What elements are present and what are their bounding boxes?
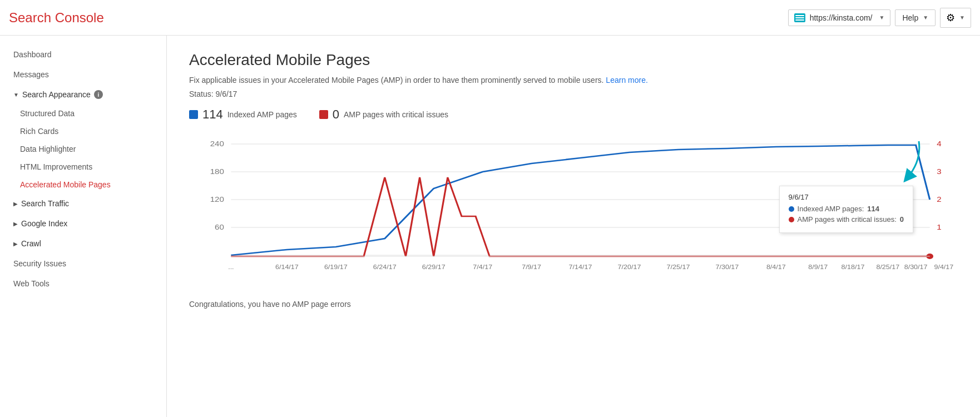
sidebar-item-web-tools[interactable]: Web Tools xyxy=(0,274,166,294)
svg-text:7/4/17: 7/4/17 xyxy=(473,264,492,270)
indexed-color-box xyxy=(189,110,198,119)
header-right: https://kinsta.com/ ▼ Help ▼ ⚙ ▼ xyxy=(788,8,971,28)
svg-text:240: 240 xyxy=(210,140,225,147)
svg-text:4: 4 xyxy=(937,140,942,147)
sidebar-item-security-issues[interactable]: Security Issues xyxy=(0,254,166,274)
svg-text:6/19/17: 6/19/17 xyxy=(324,264,348,270)
tooltip-red-dot xyxy=(789,217,794,222)
svg-text:6/29/17: 6/29/17 xyxy=(422,264,446,270)
tooltip-blue-dot xyxy=(789,206,794,212)
chevron-right-icon: ▶ xyxy=(13,201,18,207)
sidebar-item-google-index[interactable]: ▶ Google Index xyxy=(0,214,166,234)
svg-text:7/14/17: 7/14/17 xyxy=(569,264,592,270)
site-icon xyxy=(794,13,805,22)
indexed-count: 114 xyxy=(202,107,223,122)
sidebar: Dashboard Messages ▼ Search Appearance i… xyxy=(0,36,167,417)
sidebar-sub-structured-data[interactable]: Structured Data xyxy=(0,105,166,122)
help-button[interactable]: Help ▼ xyxy=(895,9,936,26)
svg-text:8/4/17: 8/4/17 xyxy=(766,264,786,270)
help-label: Help xyxy=(902,13,918,22)
tooltip-indexed-row: Indexed AMP pages: 114 xyxy=(789,205,904,213)
main-content: Accelerated Mobile Pages Fix applicable … xyxy=(167,36,980,417)
svg-text:7/9/17: 7/9/17 xyxy=(522,264,541,270)
sidebar-sub-html-improvements[interactable]: HTML Improvements xyxy=(0,158,166,176)
sidebar-item-messages[interactable]: Messages xyxy=(0,64,166,85)
svg-text:6/14/17: 6/14/17 xyxy=(275,264,299,270)
tooltip-critical-row: AMP pages with critical issues: 0 xyxy=(789,215,904,224)
gear-icon: ⚙ xyxy=(946,12,955,24)
help-arrow: ▼ xyxy=(923,14,928,21)
sidebar-sub-rich-cards[interactable]: Rich Cards xyxy=(0,122,166,140)
svg-text:8/30/17: 8/30/17 xyxy=(904,264,928,270)
sidebar-item-search-traffic[interactable]: ▶ Search Traffic xyxy=(0,193,166,214)
svg-text:180: 180 xyxy=(210,168,225,175)
sidebar-item-crawl[interactable]: ▶ Crawl xyxy=(0,234,166,254)
sidebar-item-dashboard[interactable]: Dashboard xyxy=(0,44,166,64)
tooltip-date: 9/6/17 xyxy=(789,193,904,201)
page-title: Accelerated Mobile Pages xyxy=(189,51,958,69)
stats-row: 114 Indexed AMP pages 0 AMP pages with c… xyxy=(189,107,958,122)
page-description: Fix applicable issues in your Accelerate… xyxy=(189,75,958,86)
chart-container: 240 180 120 60 4 3 2 1 ... 6/14/17 6/19/… xyxy=(189,133,958,289)
settings-button[interactable]: ⚙ ▼ xyxy=(940,8,971,28)
svg-text:120: 120 xyxy=(210,196,225,203)
svg-text:1: 1 xyxy=(937,224,941,231)
chevron-right-icon: ▶ xyxy=(13,221,18,227)
svg-text:9/4/17: 9/4/17 xyxy=(934,264,953,270)
status-line: Status: 9/6/17 xyxy=(189,90,958,98)
layout: Dashboard Messages ▼ Search Appearance i… xyxy=(0,36,980,417)
info-icon: i xyxy=(94,90,103,99)
congratulations-message: Congratulations, you have no AMP page er… xyxy=(189,300,958,309)
svg-text:60: 60 xyxy=(215,224,224,231)
app-title: Search Console xyxy=(9,10,104,26)
svg-text:7/30/17: 7/30/17 xyxy=(715,264,739,270)
svg-text:2: 2 xyxy=(937,196,941,203)
teal-arrow-annotation xyxy=(891,138,924,185)
svg-text:6/24/17: 6/24/17 xyxy=(373,264,397,270)
chart-tooltip: 9/6/17 Indexed AMP pages: 114 AMP pages … xyxy=(779,186,913,233)
settings-arrow: ▼ xyxy=(959,14,965,21)
sidebar-sub-amp[interactable]: Accelerated Mobile Pages xyxy=(0,176,166,193)
svg-text:8/25/17: 8/25/17 xyxy=(876,264,899,270)
chevron-right-icon: ▶ xyxy=(13,241,18,247)
indexed-label: Indexed AMP pages xyxy=(227,110,297,119)
svg-text:3: 3 xyxy=(937,168,941,175)
svg-text:7/20/17: 7/20/17 xyxy=(618,264,641,270)
critical-count: 0 xyxy=(333,107,339,122)
svg-text:8/9/17: 8/9/17 xyxy=(808,264,828,270)
sidebar-sub-data-highlighter[interactable]: Data Highlighter xyxy=(0,140,166,158)
svg-text:7/25/17: 7/25/17 xyxy=(667,264,690,270)
site-selector[interactable]: https://kinsta.com/ ▼ xyxy=(788,9,891,26)
header: Search Console https://kinsta.com/ ▼ Hel… xyxy=(0,0,980,36)
site-url: https://kinsta.com/ xyxy=(810,13,873,22)
critical-color-box xyxy=(319,110,328,119)
learn-more-link[interactable]: Learn more. xyxy=(606,76,647,85)
site-selector-arrow: ▼ xyxy=(879,14,884,21)
chevron-down-icon: ▼ xyxy=(13,92,19,98)
indexed-stat: 114 Indexed AMP pages xyxy=(189,107,297,122)
critical-stat: 0 AMP pages with critical issues xyxy=(319,107,448,122)
svg-text:...: ... xyxy=(228,264,234,270)
svg-text:8/18/17: 8/18/17 xyxy=(842,264,865,270)
critical-label: AMP pages with critical issues xyxy=(344,110,448,119)
sidebar-item-search-appearance[interactable]: ▼ Search Appearance i xyxy=(0,85,166,105)
